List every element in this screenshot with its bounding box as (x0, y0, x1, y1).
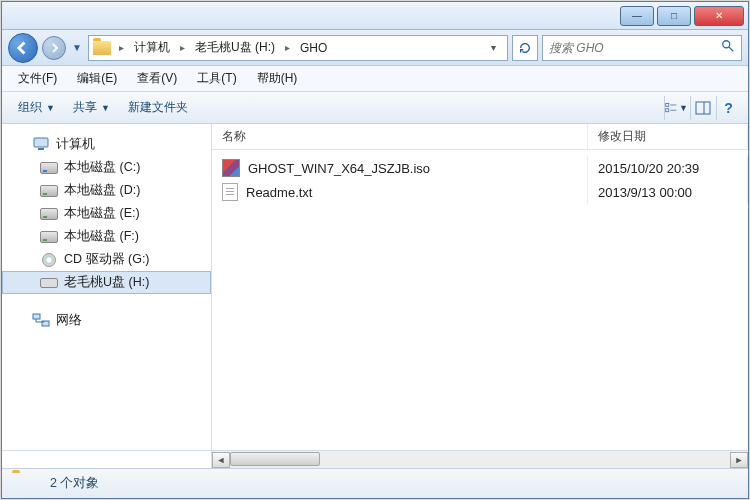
help-button[interactable]: ? (716, 96, 740, 120)
tree-label: 计算机 (56, 135, 95, 153)
nav-history-dropdown[interactable]: ▼ (70, 33, 84, 63)
titlebar: — □ ✕ (2, 2, 748, 30)
tree-drive-c[interactable]: 本地磁盘 (C:) (2, 156, 211, 179)
forward-button[interactable] (42, 36, 66, 60)
menubar: 文件(F) 编辑(E) 查看(V) 工具(T) 帮助(H) (2, 66, 748, 92)
iso-icon (222, 159, 240, 177)
breadcrumb-item[interactable]: GHO (298, 41, 329, 55)
tree-label: 本地磁盘 (D:) (64, 182, 140, 199)
tree-label: 本地磁盘 (F:) (64, 228, 139, 245)
search-icon[interactable] (721, 39, 735, 56)
scroll-right-button[interactable]: ► (730, 452, 748, 468)
txt-icon (222, 183, 238, 201)
scroll-left-button[interactable]: ◄ (212, 452, 230, 468)
svg-rect-9 (38, 148, 44, 150)
file-list[interactable]: GHOST_WIN7_X64_JSZJB.iso 2015/10/20 20:3… (212, 150, 748, 450)
disk-icon (40, 162, 58, 174)
breadcrumb-sep-icon: ▸ (115, 42, 128, 53)
column-date[interactable]: 修改日期 (588, 124, 748, 149)
tree-drive-f[interactable]: 本地磁盘 (F:) (2, 225, 211, 248)
svg-rect-10 (33, 314, 40, 319)
breadcrumb-sep-icon: ▸ (176, 42, 189, 53)
search-box[interactable] (542, 35, 742, 61)
file-date: 2015/10/20 20:39 (588, 156, 748, 180)
minimize-button[interactable]: — (620, 6, 654, 26)
svg-point-0 (723, 41, 730, 48)
tree-label: 网络 (56, 311, 82, 329)
navigation-pane: 计算机 本地磁盘 (C:) 本地磁盘 (D:) 本地磁盘 (E:) 本地磁盘 (… (2, 124, 212, 450)
svg-rect-6 (696, 102, 710, 114)
explorer-window: — □ ✕ ▼ ▸ 计算机 ▸ 老毛桃U盘 (H:) ▸ GHO ▾ (1, 1, 749, 499)
back-button[interactable] (8, 33, 38, 63)
address-dropdown-icon[interactable]: ▾ (483, 42, 503, 53)
explorer-body: 计算机 本地磁盘 (C:) 本地磁盘 (D:) 本地磁盘 (E:) 本地磁盘 (… (2, 124, 748, 450)
tree-label: CD 驱动器 (G:) (64, 251, 150, 268)
organize-button[interactable]: 组织▼ (10, 95, 63, 120)
breadcrumb-item[interactable]: 计算机 (132, 39, 172, 56)
folder-icon (93, 41, 111, 55)
folder-icon (12, 473, 38, 495)
network-icon (32, 312, 50, 328)
file-name: Readme.txt (246, 185, 312, 200)
disk-icon (40, 185, 58, 197)
tree-network[interactable]: 网络 (2, 308, 211, 332)
tree-drive-e[interactable]: 本地磁盘 (E:) (2, 202, 211, 225)
close-button[interactable]: ✕ (694, 6, 744, 26)
tree-label: 老毛桃U盘 (H:) (64, 274, 149, 291)
cd-icon (42, 253, 56, 267)
svg-line-1 (729, 47, 733, 51)
new-folder-button[interactable]: 新建文件夹 (120, 95, 196, 120)
breadcrumb-sep-icon: ▸ (281, 42, 294, 53)
navbar: ▼ ▸ 计算机 ▸ 老毛桃U盘 (H:) ▸ GHO ▾ (2, 30, 748, 66)
menu-edit[interactable]: 编辑(E) (69, 67, 125, 90)
address-bar[interactable]: ▸ 计算机 ▸ 老毛桃U盘 (H:) ▸ GHO ▾ (88, 35, 508, 61)
disk-icon (40, 231, 58, 243)
file-date: 2013/9/13 00:00 (588, 180, 748, 204)
tree-drive-usb[interactable]: 老毛桃U盘 (H:) (2, 271, 211, 294)
menu-file[interactable]: 文件(F) (10, 67, 65, 90)
scrollbar-row: ◄ ► (2, 450, 748, 468)
menu-tools[interactable]: 工具(T) (189, 67, 244, 90)
scroll-track[interactable] (230, 452, 730, 468)
horizontal-scrollbar[interactable]: ◄ ► (212, 451, 748, 468)
tree-label: 本地磁盘 (E:) (64, 205, 140, 222)
computer-icon (32, 136, 50, 152)
menu-view[interactable]: 查看(V) (129, 67, 185, 90)
status-text: 2 个对象 (50, 475, 99, 492)
search-input[interactable] (549, 41, 721, 55)
maximize-button[interactable]: □ (657, 6, 691, 26)
file-row[interactable]: GHOST_WIN7_X64_JSZJB.iso 2015/10/20 20:3… (212, 156, 748, 180)
scroll-thumb[interactable] (230, 452, 320, 466)
file-row[interactable]: Readme.txt 2013/9/13 00:00 (212, 180, 748, 204)
file-list-pane: 名称 修改日期 GHOST_WIN7_X64_JSZJB.iso 2015/10… (212, 124, 748, 450)
column-headers: 名称 修改日期 (212, 124, 748, 150)
tree-label: 本地磁盘 (C:) (64, 159, 140, 176)
view-options-button[interactable]: ▼ (664, 96, 688, 120)
toolbar: 组织▼ 共享▼ 新建文件夹 ▼ ? (2, 92, 748, 124)
usb-icon (40, 278, 58, 288)
window-controls: — □ ✕ (620, 6, 744, 26)
svg-rect-3 (666, 108, 669, 111)
svg-rect-8 (34, 138, 48, 147)
column-name[interactable]: 名称 (212, 124, 588, 149)
disk-icon (40, 208, 58, 220)
status-bar: 2 个对象 (2, 468, 748, 498)
breadcrumb-item[interactable]: 老毛桃U盘 (H:) (193, 39, 277, 56)
share-button[interactable]: 共享▼ (65, 95, 118, 120)
menu-help[interactable]: 帮助(H) (249, 67, 306, 90)
refresh-button[interactable] (512, 35, 538, 61)
preview-pane-button[interactable] (690, 96, 714, 120)
tree-computer[interactable]: 计算机 (2, 132, 211, 156)
tree-drive-cd[interactable]: CD 驱动器 (G:) (2, 248, 211, 271)
tree-drive-d[interactable]: 本地磁盘 (D:) (2, 179, 211, 202)
svg-rect-2 (666, 103, 669, 106)
file-name: GHOST_WIN7_X64_JSZJB.iso (248, 161, 430, 176)
